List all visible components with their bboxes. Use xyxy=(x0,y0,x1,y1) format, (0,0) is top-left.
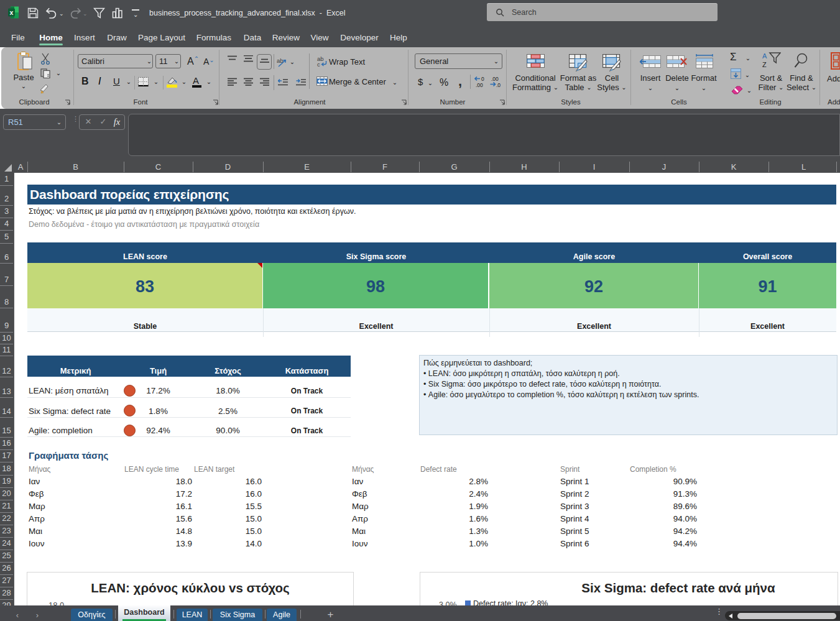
svg-text:c: c xyxy=(317,61,320,68)
svg-text:.00: .00 xyxy=(491,76,499,82)
svg-text:A: A xyxy=(762,52,767,60)
svg-text:.00: .00 xyxy=(476,82,483,88)
svg-text:0: 0 xyxy=(481,76,484,82)
svg-text:Z: Z xyxy=(762,61,767,68)
svg-text:.0: .0 xyxy=(496,82,501,88)
svg-text:x: x xyxy=(10,9,14,16)
